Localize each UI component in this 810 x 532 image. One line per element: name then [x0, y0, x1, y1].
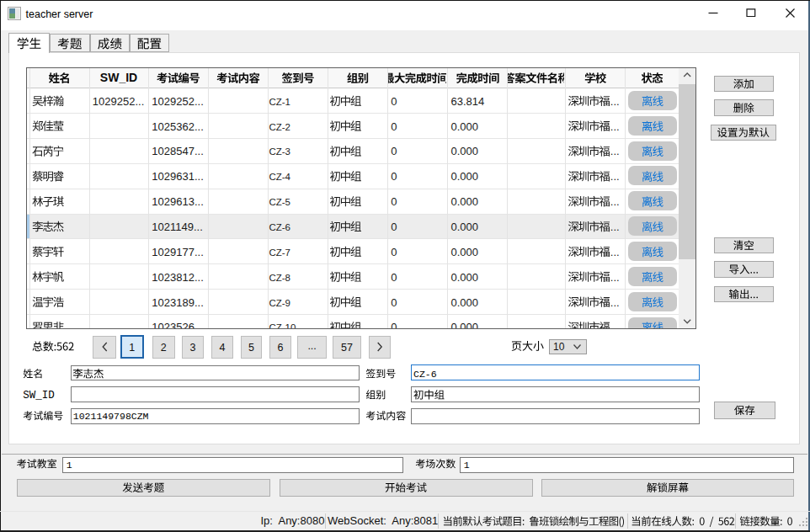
svg-text:1021149798CZM: 1021149798CZM — [73, 411, 149, 422]
svg-text:1: 1 — [129, 342, 135, 354]
svg-text:1: 1 — [464, 460, 470, 471]
svg-text:1: 1 — [67, 460, 72, 471]
svg-text:SW_ID: SW_ID — [23, 390, 55, 402]
svg-text:3: 3 — [190, 342, 196, 354]
svg-text:2: 2 — [161, 342, 167, 354]
svg-text:10: 10 — [553, 341, 565, 353]
svg-text:6: 6 — [278, 342, 284, 354]
svg-text:5: 5 — [248, 342, 254, 354]
svg-text:teacher server: teacher server — [26, 8, 93, 20]
svg-text:4: 4 — [219, 342, 225, 354]
svg-text:CZ-6: CZ-6 — [413, 369, 437, 380]
svg-text:WebSocket: Any:8081: WebSocket: Any:8081 — [328, 514, 438, 527]
svg-text:Ip: Any:8080: Ip: Any:8080 — [261, 514, 325, 527]
svg-text:57: 57 — [341, 342, 353, 354]
svg-text:...: ... — [307, 340, 316, 352]
